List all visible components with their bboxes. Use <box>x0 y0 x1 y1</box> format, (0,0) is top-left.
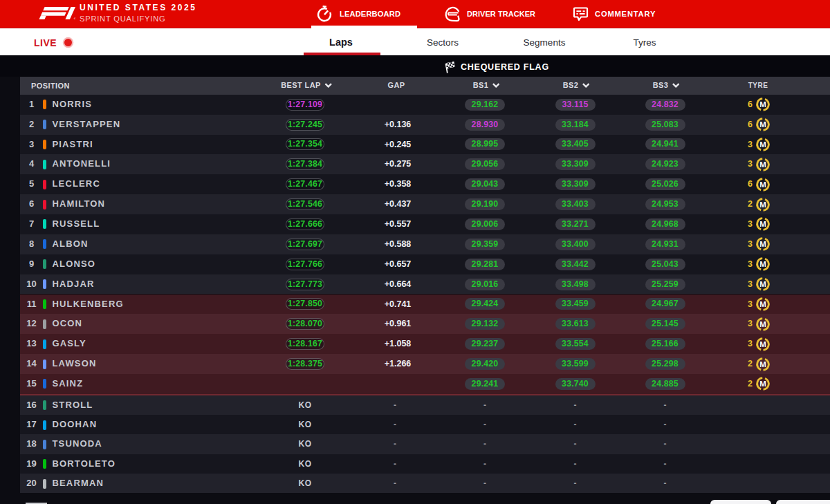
svg-text:M: M <box>759 320 766 328</box>
svg-text:M: M <box>759 120 766 129</box>
svg-text:M: M <box>759 180 766 189</box>
svg-text:M: M <box>759 340 766 348</box>
svg-text:M: M <box>759 360 766 368</box>
svg-text:M: M <box>759 280 766 288</box>
svg-text:M: M <box>759 380 766 389</box>
svg-text:M: M <box>759 160 766 169</box>
svg-text:M: M <box>759 300 766 308</box>
svg-text:M: M <box>759 100 766 109</box>
svg-text:M: M <box>759 240 766 248</box>
svg-text:M: M <box>759 221 766 229</box>
svg-text:M: M <box>759 200 766 209</box>
svg-text:M: M <box>759 260 766 268</box>
svg-text:M: M <box>759 140 766 149</box>
